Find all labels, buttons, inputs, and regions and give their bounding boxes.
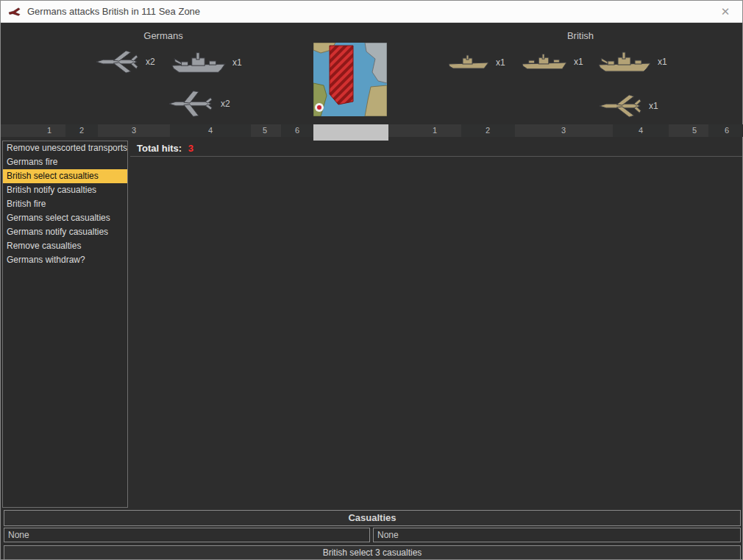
attacker-label: Germans bbox=[127, 30, 200, 41]
app-icon bbox=[8, 7, 21, 17]
select-casualties-button[interactable]: British select 3 casualties bbox=[4, 545, 741, 560]
total-hits-row: Total hits: 3 bbox=[130, 141, 742, 157]
unit-count: x1 bbox=[649, 101, 658, 111]
battle-zone-map-thumbnail bbox=[313, 43, 387, 116]
fighter-icon bbox=[95, 46, 139, 77]
dice-col-label: 5 bbox=[692, 126, 697, 135]
dice-col-label: 6 bbox=[725, 126, 729, 135]
attacker-casualties-panel: None bbox=[4, 528, 370, 542]
defender-label: British bbox=[544, 30, 617, 41]
step-germans-withdraw: Germans withdraw? bbox=[3, 253, 127, 267]
dice-strip-center-highlight bbox=[313, 124, 388, 141]
step-british-select-casualties: British select casualties bbox=[3, 169, 127, 183]
dice-col-label: 1 bbox=[433, 126, 437, 135]
dice-col-label: 2 bbox=[486, 126, 490, 135]
dice-col-label: 3 bbox=[561, 126, 566, 135]
fighter-icon bbox=[598, 91, 642, 121]
unit-count: x1 bbox=[574, 57, 583, 67]
dice-col-label: 6 bbox=[295, 126, 299, 135]
unit-british-destroyer: x1 bbox=[448, 54, 505, 71]
unit-german-tactical-bomber: x2 bbox=[167, 89, 230, 118]
destroyer-icon bbox=[448, 54, 489, 71]
casualties-header: Casualties bbox=[4, 510, 741, 526]
window-title: Germans attacks British in 111 Sea Zone bbox=[27, 6, 200, 17]
step-british-notify-casualties: British notify casualties bbox=[3, 183, 127, 197]
unit-german-fighter: x2 bbox=[95, 46, 155, 77]
close-button[interactable]: ✕ bbox=[713, 1, 738, 23]
battle-steps-list: Remove unescorted transports Germans fir… bbox=[2, 141, 128, 508]
unit-count: x2 bbox=[146, 57, 155, 67]
unit-count: x2 bbox=[221, 99, 230, 109]
step-germans-fire: Germans fire bbox=[3, 155, 127, 169]
step-germans-select-casualties: Germans select casualties bbox=[3, 211, 127, 225]
battleship-icon bbox=[598, 51, 651, 73]
unit-british-fighter: x1 bbox=[598, 91, 658, 121]
dice-col-label: 4 bbox=[208, 126, 213, 135]
dice-col-label: 2 bbox=[79, 126, 84, 135]
defender-casualties-panel: None bbox=[373, 528, 741, 542]
unit-count: x1 bbox=[496, 57, 505, 68]
total-hits-value: 3 bbox=[188, 143, 193, 154]
battle-window: Germans attacks British in 111 Sea Zone … bbox=[0, 0, 743, 560]
dice-col-label: 3 bbox=[132, 126, 136, 135]
unit-british-cruiser: x1 bbox=[522, 52, 583, 71]
step-remove-unescorted-transports: Remove unescorted transports bbox=[3, 141, 127, 155]
unit-count: x1 bbox=[658, 57, 667, 67]
unit-british-battleship: x1 bbox=[598, 51, 667, 73]
cruiser-icon bbox=[522, 52, 567, 71]
unit-german-battleship: x1 bbox=[171, 51, 242, 74]
bomber-icon bbox=[167, 89, 214, 118]
step-germans-notify-casualties: Germans notify casualties bbox=[3, 225, 127, 239]
battle-content: Germans British x2 x1 x2 bbox=[1, 23, 742, 559]
step-british-fire: British fire bbox=[3, 197, 127, 211]
title-bar: Germans attacks British in 111 Sea Zone … bbox=[1, 1, 742, 23]
dice-col-label: 5 bbox=[263, 126, 267, 135]
battleship-icon bbox=[171, 51, 226, 74]
dice-col-label: 1 bbox=[47, 126, 51, 135]
dice-col-label: 4 bbox=[639, 126, 643, 135]
step-remove-casualties: Remove casualties bbox=[3, 239, 127, 253]
total-hits-label: Total hits: bbox=[137, 143, 182, 154]
unit-count: x1 bbox=[232, 57, 242, 68]
